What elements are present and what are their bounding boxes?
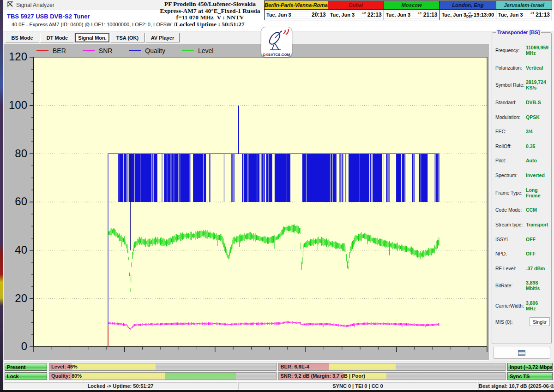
gauge-label: Level: 46% <box>51 364 78 369</box>
clock-time-row: Tue, Jun 320:13 <box>265 10 328 20</box>
field-value: Long Frame <box>526 187 549 198</box>
field-value: OFF <box>526 237 536 242</box>
legend-label: BER <box>53 47 66 54</box>
field-label: CarrierWidth: <box>495 303 526 309</box>
clock-time: 21:13 <box>423 12 438 18</box>
tab-signal-mon[interactable]: Signal Mon. <box>75 33 109 42</box>
clock-dst: -1DST <box>466 12 473 18</box>
taskbar-edge <box>0 390 554 392</box>
transponder-groupbox: Transponder [BS] Frequency:11069,959 MHz… <box>492 32 552 344</box>
chevron-down-icon: ∨ <box>544 320 547 324</box>
clock-city-label: Moscow <box>384 1 440 10</box>
indicator-lock: Lock <box>5 372 47 380</box>
clock-city-label: London, Eng <box>440 1 496 10</box>
logo-text: DXSATCS.COM <box>261 53 292 57</box>
resize-grip[interactable] <box>548 384 554 390</box>
legend-swatch-level <box>182 50 194 51</box>
signal-chart[interactable]: 020406080100120 <box>4 44 489 360</box>
clock-date: Tue, Jun 3 <box>386 12 418 18</box>
mis-dropdown[interactable]: Single ∨ <box>530 317 550 326</box>
legend-label: Quality <box>145 47 165 54</box>
field-label: Code Mode: <box>495 207 526 213</box>
field-value: 3,806 MHz <box>526 300 549 311</box>
gauge-label: SNR: 9,2 dB (Margin: 3,7 dB | Poor) <box>281 373 365 379</box>
station-line-2: Express-AM7 at 40°E_Fixed-1 Russia <box>152 8 268 15</box>
legend-item-level: Level <box>182 47 213 54</box>
tab-dt-mode[interactable]: DT Mode <box>40 33 74 42</box>
field-value: 2819,724 KS/s <box>526 79 549 90</box>
clock-city-label: Berlin-Paris-Vienna-Roma <box>265 1 328 10</box>
transponder-row-rolloff: RollOff:0.35 <box>495 143 549 149</box>
field-label: Pilot: <box>495 158 526 163</box>
legend-item-snr: SNR <box>83 47 113 54</box>
field-label: Frequency: <box>495 48 526 53</box>
transponder-row-bitrate: BitRate:3,898 Mbit/s <box>495 280 549 291</box>
clock-time: 22:13 <box>367 12 382 18</box>
clock-time: 21:13 <box>536 12 550 18</box>
gauge-zone <box>165 373 236 380</box>
field-value: 3,898 Mbit/s <box>526 280 549 291</box>
monitor-row-1: PresentLevel: 46%BER: 6,6E-4Input (~3,72… <box>5 363 553 371</box>
svg-text:100: 100 <box>9 99 27 111</box>
clock-utc-offset: +2 <box>362 11 366 15</box>
clock-moscow: MoscowTue, Jun 3+121:13 <box>384 0 440 20</box>
svg-text:60: 60 <box>15 195 27 208</box>
signal-chart-panel: 020406080100120 BERSNRQualityLevel <box>4 44 489 361</box>
indicator-sync-ts: Sync TS <box>507 372 553 380</box>
indicator-present: Present <box>5 363 47 371</box>
tab-av-player[interactable]: AV Player <box>145 33 180 42</box>
gauge-zone <box>72 363 156 370</box>
clock-time-row: Tue, Jun 3+121:13 <box>384 10 440 20</box>
clock-date: Tue, Jun 3 <box>266 12 312 18</box>
legend-item-quality: Quality <box>129 47 165 54</box>
ts-record-button[interactable] <box>493 347 550 359</box>
tuner-title: TBS 5927 USB DVB-S2 Tuner <box>7 13 90 20</box>
status-uptime: Locked -> Uptime: 50:51:27 <box>4 382 237 390</box>
signal-analyzer-window: Signal Analyzer TBS 5927 USB DVB-S2 Tune… <box>0 0 554 392</box>
clock-date: Tue, Jun 3 <box>330 12 362 18</box>
monitor-row-2: LockQuality: 80%SNR: 9,2 dB (Margin: 3,7… <box>5 372 553 380</box>
legend-swatch-snr <box>83 50 95 51</box>
field-label: FEC: <box>495 129 526 134</box>
field-value: Transport <box>526 222 548 227</box>
clock-city-label: Jerusalem-Israel <box>496 1 552 10</box>
disk-icon <box>518 350 525 356</box>
field-value: -37 dBm <box>526 266 545 271</box>
transponder-row-stream-type: Stream type:Transport <box>495 222 549 227</box>
clock-date: Tue, Jun 3 <box>498 12 530 18</box>
field-value: 11069,959 MHz <box>526 45 549 56</box>
transponder-row-spectrum: Spectrum:Inverted <box>495 172 549 178</box>
tab-tsa-ok[interactable]: TSA (OK) <box>110 33 145 42</box>
clock-utc-offset: +1 <box>418 11 422 15</box>
transponder-row-frame-type: Frame Type:Long Frame <box>495 187 549 198</box>
gauge-snr: SNR: 9,2 dB (Margin: 3,7 dB | Poor) <box>278 372 506 380</box>
field-label: BitRate: <box>495 283 526 288</box>
transponder-row-frequency: Frequency:11069,959 MHz <box>495 45 549 56</box>
field-value: QPSK <box>526 114 540 120</box>
mis-row: MIS (0): Single ∨ <box>495 317 550 326</box>
svg-text:20: 20 <box>15 292 27 304</box>
mis-label: MIS (0): <box>495 319 526 325</box>
field-label: RF Level: <box>495 266 526 271</box>
clock-time: 20:13 <box>312 12 326 18</box>
svg-text:120: 120 <box>9 50 27 63</box>
transponder-row-pilot: Pilot:Auto <box>495 158 549 163</box>
field-label: ISSYI <box>495 237 526 242</box>
gauge-zone <box>72 373 165 380</box>
tab-bs-mode[interactable]: BS Mode <box>5 33 39 42</box>
svg-text:80: 80 <box>15 147 27 160</box>
field-value: 0.35 <box>526 143 535 149</box>
field-value: Auto <box>526 158 537 163</box>
dxsatcs-logo: DXSATCS.COM <box>261 27 292 57</box>
field-value: 3/4 <box>526 129 533 134</box>
transponder-row-fec: FEC:3/4 <box>495 129 549 134</box>
chart-legend: BERSNRQualityLevel <box>36 47 213 55</box>
clock-time-row: Tue, Jun 3+222:13 <box>328 10 384 20</box>
field-value: CCM <box>526 207 537 213</box>
transponder-fields: Frequency:11069,959 MHzPolarization:Vert… <box>495 45 549 311</box>
status-sync-counters: SYNC 0 | TEI 0 | CC 0 <box>238 382 477 390</box>
clock-dubai: DubaiTue, Jun 3+222:13 <box>328 0 384 20</box>
field-label: Modulation: <box>495 114 526 120</box>
transponder-side-panel: Transponder [BS] Frequency:11069,959 MHz… <box>489 31 554 361</box>
transponder-row-polarization: Polarization:Vertical <box>495 65 549 71</box>
